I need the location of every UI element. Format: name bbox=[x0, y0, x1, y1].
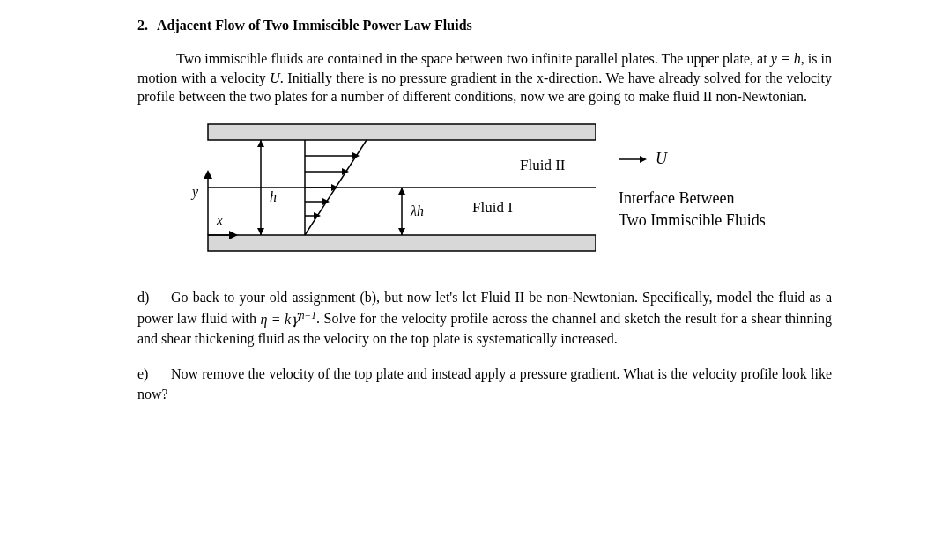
intro-U: U bbox=[270, 70, 280, 85]
svg-marker-12 bbox=[398, 228, 405, 235]
label-fluid1: Fluid I bbox=[472, 199, 513, 216]
interface-line1: Interface Between bbox=[619, 188, 766, 210]
arrow-right-icon bbox=[619, 153, 649, 166]
intro-paragraph: Two immiscible fluids are contained in t… bbox=[137, 49, 832, 107]
label-lambda-h: λh bbox=[410, 203, 424, 218]
axis-x-label: x bbox=[216, 213, 223, 227]
interface-line2: Two Immiscible Fluids bbox=[619, 210, 766, 232]
svg-marker-9 bbox=[257, 228, 264, 235]
interface-label: Interface Between Two Immiscible Fluids bbox=[619, 188, 766, 232]
page-container: 2.Adjacent Flow of Two Immiscible Power … bbox=[0, 0, 934, 438]
axis-y-label: y bbox=[190, 184, 199, 200]
svg-marker-26 bbox=[640, 156, 647, 163]
intro-text-a: Two immiscible fluids are contained in t… bbox=[176, 51, 771, 66]
question-d-label: d) bbox=[137, 288, 171, 307]
intro-eq-yh: y = h bbox=[771, 51, 801, 66]
question-e-text: Now remove the velocity of the top plate… bbox=[137, 366, 832, 401]
section-number: 2. bbox=[137, 18, 148, 33]
question-e-label: e) bbox=[137, 365, 171, 384]
question-e: e)Now remove the velocity of the top pla… bbox=[137, 365, 832, 404]
svg-marker-11 bbox=[398, 188, 405, 195]
section-heading: 2.Adjacent Flow of Two Immiscible Power … bbox=[137, 18, 832, 33]
section-title: Adjacent Flow of Two Immiscible Power La… bbox=[157, 18, 472, 33]
label-fluid2: Fluid II bbox=[520, 157, 566, 173]
figure-svg: y x h λh Fl bbox=[173, 121, 596, 262]
svg-marker-4 bbox=[204, 170, 212, 179]
svg-rect-1 bbox=[208, 124, 596, 140]
svg-rect-0 bbox=[208, 235, 596, 251]
question-d-eq: η = kγ̇n−1 bbox=[260, 312, 316, 327]
label-U: U bbox=[656, 150, 667, 168]
figure-side-labels: U Interface Between Two Immiscible Fluid… bbox=[619, 150, 766, 232]
question-d: d)Go back to your old assignment (b), bu… bbox=[137, 288, 832, 350]
question-d-exp: n−1 bbox=[300, 309, 316, 320]
svg-marker-8 bbox=[257, 140, 264, 147]
figure: y x h λh Fl bbox=[173, 121, 832, 262]
label-h: h bbox=[270, 189, 277, 204]
